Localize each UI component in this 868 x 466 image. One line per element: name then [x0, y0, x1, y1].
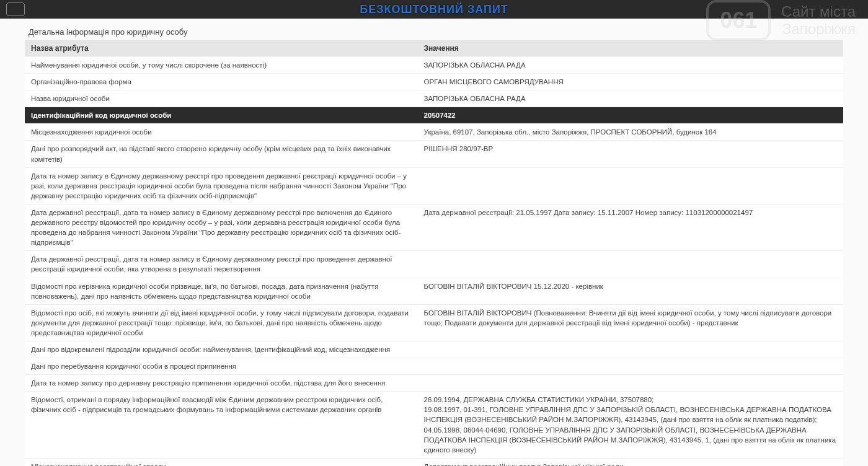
- table-row: Дата та номер запису в Єдиному державном…: [25, 167, 843, 204]
- section-title: Детальна інформація про юридичну особу: [29, 27, 843, 37]
- top-bar: БЕЗКОШТОВНИЙ ЗАПИТ: [0, 0, 868, 19]
- table-row: Дата державної реєстрації, дата та номер…: [25, 251, 843, 278]
- row-val: 20507422: [418, 107, 843, 124]
- page-header-title: БЕЗКОШТОВНИЙ ЗАПИТ: [360, 3, 508, 16]
- row-val: [418, 251, 843, 278]
- row-attr: Відомості про керівника юридичної особи …: [25, 278, 418, 304]
- row-val: РІШЕННЯ 280/97-ВР: [418, 141, 843, 167]
- col-header-attr: Назва атрибута: [25, 40, 418, 57]
- table-row: Відомості про осіб, які можуть вчиняти д…: [25, 304, 843, 341]
- table-row: Дані про перебування юридичної особи в п…: [25, 358, 843, 375]
- row-val: [418, 167, 843, 204]
- row-val: [418, 358, 843, 375]
- row-val: ОРГАН МІСЦЕВОГО САМОВРЯДУВАННЯ: [418, 74, 843, 90]
- col-header-val: Значення: [418, 40, 843, 57]
- row-attr: Дані про перебування юридичної особи в п…: [25, 358, 418, 375]
- main-content: Детальна інформація про юридичну особу Н…: [0, 19, 868, 466]
- row-val: 26.09.1994, ДЕРЖАВНА СЛУЖБА СТАТИСТИКИ У…: [418, 392, 843, 459]
- table-row: Дата та номер запису про державну реєстр…: [25, 375, 843, 392]
- table-row: Ідентифікаційний код юридичної особи2050…: [25, 107, 843, 124]
- row-attr: Місцезнаходження реєстраційної справи: [25, 458, 418, 466]
- row-attr: Ідентифікаційний код юридичної особи: [25, 107, 418, 124]
- entity-details-table: Назва атрибута Значення Найменування юри…: [25, 40, 843, 466]
- table-row: Дата державної реєстрації, дата та номер…: [25, 204, 843, 250]
- row-val: БОГОВІН ВІТАЛІЙ ВІКТОРОВИЧ (Повноваження…: [418, 304, 843, 341]
- table-row: Дані про відокремлені підрозділи юридичн…: [25, 341, 843, 358]
- table-row: Місцезнаходження юридичної особиУкраїна,…: [25, 124, 843, 141]
- row-attr: Дата державної реєстрації, дата та номер…: [25, 251, 418, 278]
- row-attr: Відомості, отримані в порядку інформацій…: [25, 392, 418, 459]
- table-row: Місцезнаходження реєстраційної справиДеп…: [25, 458, 843, 466]
- row-attr: Відомості про осіб, які можуть вчиняти д…: [25, 304, 418, 341]
- row-attr: Дані про відокремлені підрозділи юридичн…: [25, 341, 418, 358]
- row-attr: Місцезнаходження юридичної особи: [25, 124, 418, 141]
- row-val: Україна, 69107, Запорізька обл., місто З…: [418, 124, 843, 141]
- row-attr: Дата та номер запису в Єдиному державном…: [25, 167, 418, 204]
- table-row: Назва юридичної особиЗАПОРІЗЬКА ОБЛАСНА …: [25, 90, 843, 107]
- table-row: Організаційно-правова формаОРГАН МІСЦЕВО…: [25, 74, 843, 90]
- row-val: Департамент реєстраційних послуг Запоріз…: [418, 458, 843, 466]
- table-row: Дані про розпорядчий акт, на підставі як…: [25, 141, 843, 167]
- row-attr: Найменування юридичної особи, у тому чис…: [25, 57, 418, 74]
- row-attr: Організаційно-правова форма: [25, 74, 418, 90]
- row-attr: Дата та номер запису про державну реєстр…: [25, 375, 418, 392]
- row-attr: Назва юридичної особи: [25, 90, 418, 107]
- row-val: БОГОВІН ВІТАЛІЙ ВІКТОРОВИЧ 15.12.2020 - …: [418, 278, 843, 304]
- row-attr: Дата державної реєстрації, дата та номер…: [25, 204, 418, 250]
- table-row: Відомості про керівника юридичної особи …: [25, 278, 843, 304]
- row-val: Дата державної реєстрації: 21.05.1997 Да…: [418, 204, 843, 250]
- row-val: [418, 341, 843, 358]
- row-val: ЗАПОРІЗЬКА ОБЛАСНА РАДА: [418, 57, 843, 74]
- row-attr: Дані про розпорядчий акт, на підставі як…: [25, 141, 418, 167]
- table-row: Найменування юридичної особи, у тому чис…: [25, 57, 843, 74]
- table-row: Відомості, отримані в порядку інформацій…: [25, 392, 843, 459]
- row-val: ЗАПОРІЗЬКА ОБЛАСНА РАДА: [418, 90, 843, 107]
- top-left-box[interactable]: [6, 2, 25, 16]
- row-val: [418, 375, 843, 392]
